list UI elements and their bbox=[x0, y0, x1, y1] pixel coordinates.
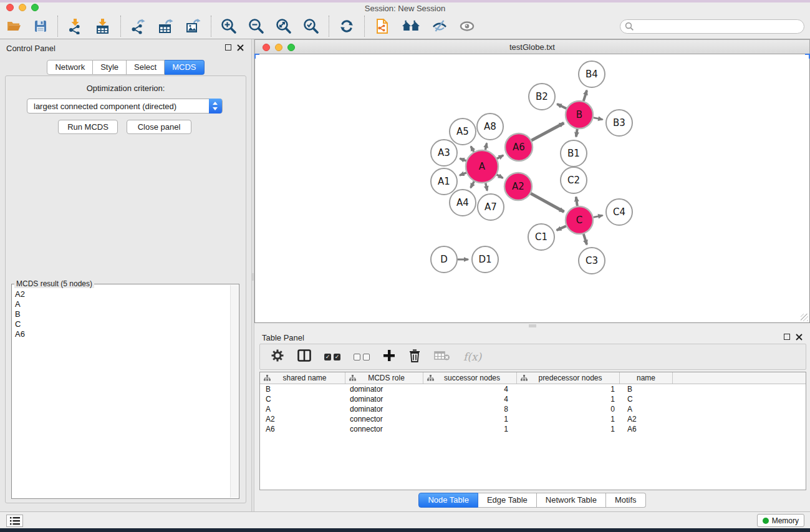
table-cell[interactable]: 4 bbox=[423, 394, 517, 404]
column-header-name[interactable]: name bbox=[620, 372, 673, 384]
float-table-panel-button[interactable] bbox=[784, 334, 790, 340]
graph-node-B3[interactable]: B3 bbox=[606, 110, 632, 136]
tab-edge-table[interactable]: Edge Table bbox=[478, 493, 537, 508]
graph-node-D1[interactable]: D1 bbox=[472, 246, 498, 273]
tab-network-table[interactable]: Network Table bbox=[537, 493, 606, 508]
table-cell[interactable]: C bbox=[260, 394, 345, 404]
zoom-in-icon[interactable] bbox=[215, 16, 243, 37]
table-row[interactable]: A6connector11A6 bbox=[260, 424, 806, 434]
open-session-icon[interactable] bbox=[0, 16, 27, 37]
table-cell[interactable]: connector bbox=[345, 424, 423, 434]
graph-edge-C-C3[interactable] bbox=[584, 234, 587, 244]
delete-icon[interactable] bbox=[408, 349, 421, 365]
graph-node-C4[interactable]: C4 bbox=[606, 199, 632, 225]
mcds-result-item[interactable]: B bbox=[15, 309, 229, 319]
export-network-icon[interactable] bbox=[125, 16, 152, 37]
close-panel-button[interactable] bbox=[237, 44, 244, 51]
graph-node-A2[interactable]: A2 bbox=[504, 173, 532, 200]
table-cell[interactable]: connector bbox=[345, 414, 423, 424]
table-cell[interactable]: 8 bbox=[423, 404, 517, 414]
table-cell[interactable]: B bbox=[620, 384, 673, 394]
export-image-icon[interactable] bbox=[180, 16, 207, 37]
select-all-checkboxes-icon[interactable]: ✓✓ bbox=[324, 354, 340, 360]
table-cell[interactable]: 4 bbox=[423, 384, 517, 394]
refresh-view-icon[interactable] bbox=[333, 16, 360, 37]
network-document-icon[interactable] bbox=[369, 16, 396, 37]
graph-node-A5[interactable]: A5 bbox=[450, 118, 476, 145]
tab-motifs[interactable]: Motifs bbox=[606, 493, 646, 508]
export-table-icon[interactable] bbox=[152, 16, 180, 37]
table-cell[interactable]: dominator bbox=[345, 404, 423, 414]
task-history-button[interactable] bbox=[6, 515, 23, 527]
graph-node-C1[interactable]: C1 bbox=[528, 224, 554, 250]
close-panel-button[interactable]: Close panel bbox=[127, 120, 191, 134]
table-cell[interactable]: A6 bbox=[260, 424, 345, 434]
homes-icon[interactable] bbox=[396, 16, 426, 37]
save-session-icon[interactable] bbox=[27, 16, 54, 37]
table-cell[interactable]: 1 bbox=[423, 414, 517, 424]
tab-node-table[interactable]: Node Table bbox=[418, 493, 478, 508]
graph-node-A[interactable]: A bbox=[466, 150, 498, 183]
table-cell[interactable]: 1 bbox=[517, 384, 620, 394]
table-cell[interactable]: A6 bbox=[620, 424, 673, 434]
graph-edge-A-A8[interactable] bbox=[485, 143, 486, 150]
horizontal-split-divider[interactable] bbox=[254, 323, 810, 329]
column-header-shared-name[interactable]: shared name bbox=[260, 372, 345, 384]
resize-grip-icon[interactable] bbox=[801, 314, 808, 321]
table-cell[interactable]: A2 bbox=[260, 414, 345, 424]
graph-node-B1[interactable]: B1 bbox=[561, 140, 587, 167]
table-cell[interactable]: 1 bbox=[423, 424, 517, 434]
divider-grip[interactable] bbox=[529, 324, 536, 327]
graph-node-A8[interactable]: A8 bbox=[477, 114, 503, 140]
close-table-panel-button[interactable] bbox=[796, 334, 803, 341]
table-row[interactable]: Bdominator41B bbox=[260, 384, 806, 394]
table-cell[interactable]: A2 bbox=[620, 414, 673, 424]
table-cell[interactable]: 1 bbox=[517, 394, 620, 404]
graph-edge-C-C1[interactable] bbox=[557, 226, 566, 230]
table-cell[interactable]: 0 bbox=[517, 404, 620, 414]
graph-edge-A-A3[interactable] bbox=[460, 158, 466, 161]
table-cell[interactable]: A bbox=[260, 404, 345, 414]
import-table-icon[interactable] bbox=[89, 16, 117, 37]
graph-node-B[interactable]: B bbox=[566, 101, 593, 128]
network-canvas[interactable]: AA6A2BCB4B2B3B1A5A8A3A1A4A7C2C4C1C3DD1 bbox=[254, 54, 810, 323]
mcds-result-item[interactable]: A6 bbox=[15, 329, 229, 339]
column-header-mcds-role[interactable]: MCDS role bbox=[345, 372, 423, 384]
graph-edge-B-B3[interactable] bbox=[594, 118, 603, 120]
gear-icon[interactable] bbox=[271, 349, 284, 365]
graph-edge-B-B4[interactable] bbox=[584, 90, 587, 101]
table-row[interactable]: Cdominator41C bbox=[260, 394, 806, 404]
network-window-titlebar[interactable]: testGlobe.txt bbox=[254, 39, 810, 54]
tab-style[interactable]: Style bbox=[93, 60, 127, 75]
table-cell[interactable]: 1 bbox=[517, 424, 620, 434]
tab-select[interactable]: Select bbox=[127, 60, 165, 75]
graph-node-C[interactable]: C bbox=[566, 206, 593, 234]
mcds-result-item[interactable]: C bbox=[15, 319, 229, 329]
run-mcds-button[interactable]: Run MCDS bbox=[58, 120, 118, 134]
graph-node-D[interactable]: D bbox=[431, 246, 457, 273]
graph-edge-A-A5[interactable] bbox=[471, 147, 474, 152]
graph-edge-B-B1[interactable] bbox=[576, 129, 577, 137]
table-cell[interactable]: dominator bbox=[345, 384, 423, 394]
graph-node-C2[interactable]: C2 bbox=[561, 167, 587, 193]
split-columns-icon[interactable] bbox=[297, 349, 311, 364]
graph-edge-A-A4[interactable] bbox=[471, 181, 475, 188]
tab-network[interactable]: Network bbox=[47, 60, 93, 75]
graph-node-B2[interactable]: B2 bbox=[529, 84, 555, 110]
graph-node-A3[interactable]: A3 bbox=[431, 140, 457, 166]
graph-node-B4[interactable]: B4 bbox=[579, 61, 605, 87]
import-network-icon[interactable] bbox=[62, 16, 89, 37]
delete-table-icon[interactable] bbox=[434, 350, 450, 364]
search-input[interactable] bbox=[620, 19, 804, 34]
table-cell[interactable]: 1 bbox=[517, 414, 620, 424]
graph-edge-A2-C[interactable] bbox=[531, 193, 564, 211]
graph-edge-C-C4[interactable] bbox=[594, 215, 603, 217]
column-header-predecessor-nodes[interactable]: predecessor nodes bbox=[517, 372, 620, 384]
graph-node-C3[interactable]: C3 bbox=[579, 248, 605, 274]
table-cell[interactable]: B bbox=[260, 384, 345, 394]
memory-button[interactable]: Memory bbox=[757, 514, 804, 527]
divider-grip[interactable] bbox=[252, 273, 254, 281]
table-cell[interactable]: A bbox=[620, 404, 673, 414]
zoom-out-icon[interactable] bbox=[243, 16, 270, 37]
deselect-all-checkboxes-icon[interactable] bbox=[354, 354, 370, 360]
